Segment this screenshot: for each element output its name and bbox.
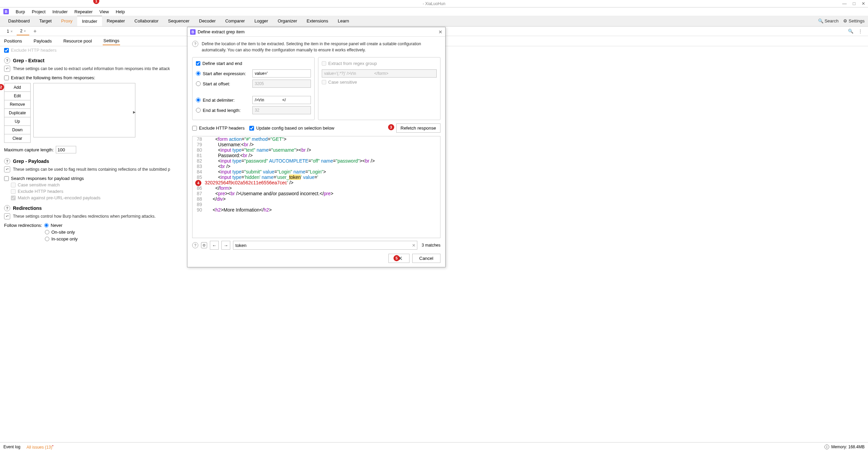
minimize-icon[interactable]: — — [842, 1, 847, 6]
subtab-search-icon[interactable]: 🔍 — [848, 29, 853, 34]
start-after-expr-radio[interactable] — [196, 71, 201, 76]
maxcap-input[interactable] — [56, 146, 76, 153]
help-redirections-icon[interactable]: ? — [4, 205, 10, 211]
end-delim-input[interactable] — [252, 96, 311, 104]
window-title: - XiaLuoHun — [423, 1, 446, 6]
search-gear-icon[interactable]: ⚙ — [201, 242, 207, 248]
tab-logger[interactable]: Logger — [250, 16, 273, 26]
dialog-title: Define extract grep item — [198, 29, 245, 34]
response-code-area[interactable]: 78 <form action="#" method="GET"> 79 Use… — [192, 136, 440, 238]
tab-target[interactable]: Target — [35, 16, 56, 26]
up-button[interactable]: Up — [4, 117, 31, 126]
refetch-response-button[interactable]: Refetch response — [396, 123, 440, 133]
redir-never[interactable] — [44, 223, 49, 228]
add-button[interactable]: Add — [4, 83, 31, 92]
subtab-2[interactable]: 2 × — [17, 27, 29, 35]
cancel-button[interactable]: Cancel — [412, 254, 441, 263]
tab-sequencer[interactable]: Sequencer — [163, 16, 194, 26]
down-button[interactable]: Down — [4, 126, 31, 134]
menu-bar: B Burp Project Intruder Repeater View He… — [0, 7, 868, 16]
end-at-delim-radio[interactable] — [196, 98, 201, 102]
undo-redirections-icon[interactable]: ↶ — [4, 213, 10, 219]
add-subtab-icon[interactable]: + — [30, 27, 40, 36]
tab-decoder[interactable]: Decoder — [194, 16, 220, 26]
extract-regex-checkbox — [322, 61, 326, 66]
partial-exclude-http[interactable] — [4, 48, 9, 53]
tab-proxy[interactable]: Proxy — [56, 16, 77, 26]
tab-learn[interactable]: Learn — [333, 16, 354, 26]
undo-grep-payloads-icon[interactable]: ↶ — [4, 166, 10, 172]
define-start-end-checkbox[interactable] — [196, 61, 200, 66]
menu-repeater[interactable]: Repeater — [74, 9, 93, 14]
dlg-exclude-http-checkbox[interactable] — [192, 126, 197, 131]
tab-comparer[interactable]: Comparer — [220, 16, 250, 26]
exclude-headers-checkbox — [11, 189, 16, 194]
help-grep-extract-icon[interactable]: ? — [4, 57, 10, 64]
start-at-offset-radio[interactable] — [196, 81, 201, 86]
follow-redir-label: Follow redirections: — [4, 223, 42, 228]
extract-items-checkbox[interactable] — [4, 76, 9, 80]
it-settings[interactable]: Settings — [103, 37, 120, 45]
status-bar: Event log All issues (13)• i Memory: 168… — [0, 442, 868, 451]
menu-help[interactable]: Help — [116, 9, 125, 14]
help-grep-payloads-icon[interactable]: ? — [4, 158, 10, 164]
code-search-input[interactable] — [233, 241, 417, 250]
clear-button[interactable]: Clear — [4, 134, 31, 143]
maximize-icon[interactable]: □ — [853, 1, 855, 6]
extract-grep-dialog: B Define extract grep item ✕ ?Define the… — [187, 27, 446, 267]
grep-payloads-title: Grep - Payloads — [13, 158, 49, 164]
grep-extract-title: Grep - Extract — [13, 58, 45, 63]
start-after-expr-input[interactable] — [252, 69, 311, 78]
regex-case-checkbox — [322, 80, 326, 84]
event-log-link[interactable]: Event log — [3, 445, 20, 449]
update-config-checkbox[interactable] — [249, 126, 254, 131]
menu-view[interactable]: View — [99, 9, 109, 14]
close-window-icon[interactable]: ✕ — [862, 1, 865, 6]
dialog-help-icon[interactable]: ? — [192, 41, 198, 47]
search-help-icon[interactable]: ? — [192, 242, 198, 248]
end-fixed-input — [252, 106, 311, 114]
search-next-icon[interactable]: → — [221, 241, 230, 250]
tab-dashboard[interactable]: Dashboard — [3, 16, 35, 26]
subtab-1[interactable]: 1 × — [3, 28, 16, 35]
search-prev-icon[interactable]: ← — [210, 241, 219, 250]
it-payloads[interactable]: Payloads — [33, 37, 52, 45]
redirections-title: Redirections — [13, 205, 42, 211]
remove-button[interactable]: Remove — [4, 100, 31, 109]
extracted-token-value[interactable]: 320292564f9c02a562c11e6556ea7cec — [205, 180, 287, 185]
it-positions[interactable]: Positions — [3, 37, 23, 45]
start-offset-input — [252, 80, 311, 88]
maxcap-label: Maximum capture length: — [4, 147, 54, 152]
clear-search-icon[interactable]: ✕ — [412, 243, 416, 248]
end-fixed-radio[interactable] — [196, 108, 201, 113]
search-payloads-checkbox[interactable] — [4, 176, 9, 181]
close-subtab-1[interactable]: × — [11, 29, 13, 33]
menu-burp[interactable]: Burp — [16, 9, 25, 14]
tab-organizer[interactable]: Organizer — [273, 16, 302, 26]
redir-onsite[interactable] — [45, 230, 49, 234]
case-sensitive-checkbox — [11, 183, 16, 187]
menu-project[interactable]: Project — [32, 9, 45, 14]
extract-list[interactable]: ▶ — [33, 83, 135, 137]
search-icon[interactable]: 🔍 Search — [818, 18, 839, 23]
undo-grep-extract-icon[interactable]: ↶ — [4, 66, 10, 72]
main-tabs: Dashboard Target Proxy Intruder Repeater… — [0, 16, 868, 27]
tab-intruder[interactable]: Intruder — [77, 16, 102, 26]
it-resource-pool[interactable]: Resource pool — [63, 37, 93, 45]
dialog-close-icon[interactable]: ✕ — [438, 29, 443, 35]
subtab-more-icon[interactable]: ⋮ — [858, 29, 863, 34]
tab-repeater[interactable]: Repeater — [102, 16, 130, 26]
tab-extensions[interactable]: Extensions — [302, 16, 333, 26]
search-match-count: 3 matches — [422, 243, 440, 248]
regex-input — [322, 69, 437, 78]
duplicate-button[interactable]: Duplicate — [4, 108, 31, 117]
match-preurl-checkbox — [11, 196, 16, 200]
redir-inscope[interactable] — [45, 237, 49, 241]
edit-button[interactable]: Edit — [4, 91, 31, 100]
menu-intruder[interactable]: Intruder — [52, 9, 68, 14]
close-subtab-2[interactable]: × — [24, 29, 26, 33]
tab-collaborator[interactable]: Collaborator — [130, 16, 163, 26]
settings-icon[interactable]: ⚙ Settings — [843, 18, 865, 23]
all-issues-link[interactable]: All issues (13)• — [27, 444, 53, 450]
memory-value: Memory: 168.4MB — [831, 445, 865, 449]
